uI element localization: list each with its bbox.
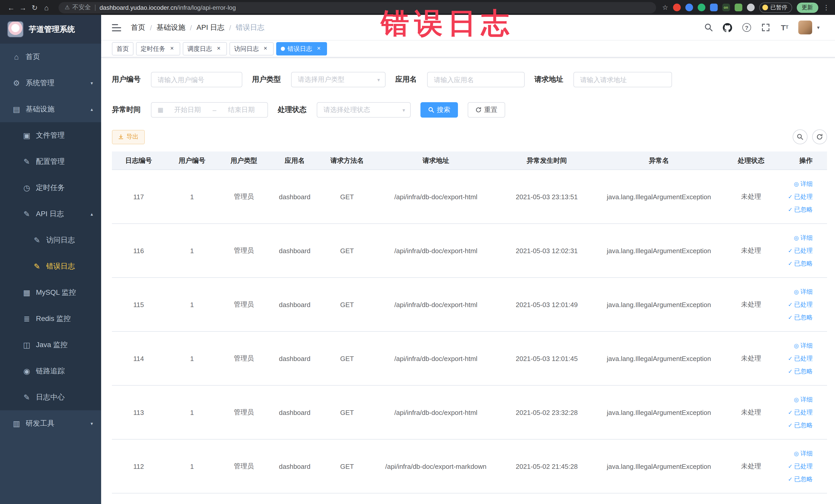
cell-user-type: 管理员 <box>219 462 269 471</box>
url-bar[interactable]: ⚠ 不安全 dashboard.yudao.iocoder.cn/infra/l… <box>59 2 656 13</box>
reset-button[interactable]: 重置 <box>468 102 505 118</box>
close-icon[interactable]: × <box>315 45 322 53</box>
date-range-picker[interactable]: ▦ 开始日期 – 结束日期 <box>151 102 268 118</box>
cell-status: 未处理 <box>722 354 780 363</box>
action-ignore[interactable]: ✓已忽略 <box>780 257 813 270</box>
edit-icon: ✎ <box>22 392 32 402</box>
close-icon[interactable]: × <box>262 45 269 53</box>
font-size-icon[interactable]: TT <box>779 22 790 33</box>
cell-method: GET <box>320 247 374 255</box>
action-done[interactable]: ✓已处理 <box>780 352 813 365</box>
close-icon[interactable]: × <box>215 45 222 53</box>
action-ignore[interactable]: ✓已忽略 <box>780 419 813 431</box>
sidebar-item-infra[interactable]: ▤基础设施▴ <box>0 96 101 122</box>
breadcrumb-item[interactable]: 基础设施 <box>157 23 185 32</box>
user-type-select[interactable]: 请选择用户类型 ▾ <box>291 72 386 87</box>
extension-blue-drop-icon[interactable] <box>685 4 693 11</box>
cell-user-id: 1 <box>165 355 219 362</box>
sidebar-item-access-log[interactable]: ✎访问日志 <box>0 227 101 253</box>
cell-user-type: 管理员 <box>219 300 269 309</box>
sidebar-item-label: 链路追踪 <box>36 366 65 376</box>
extension-green-circle-icon[interactable] <box>697 4 705 11</box>
action-done[interactable]: ✓已处理 <box>780 298 813 311</box>
sidebar-toggle-icon[interactable] <box>112 24 121 31</box>
extension-paw-icon[interactable] <box>747 4 754 11</box>
help-icon[interactable]: ? <box>741 22 752 33</box>
reload-icon[interactable]: ↻ <box>29 3 41 12</box>
action-done[interactable]: ✓已处理 <box>780 406 813 419</box>
app-name-input[interactable] <box>427 72 525 87</box>
close-icon[interactable]: × <box>168 45 176 53</box>
not-secure-label: 不安全 <box>73 3 91 12</box>
avatar-caret-icon[interactable]: ▾ <box>817 25 820 30</box>
table-row: 1151管理员dashboardGET/api/infra/db-doc/exp… <box>112 278 827 332</box>
tab-home[interactable]: 首页 <box>112 42 134 56</box>
toggle-search-button[interactable] <box>793 129 808 144</box>
bookmark-star-icon[interactable]: ☆ <box>662 4 668 11</box>
sidebar-item-api-log[interactable]: ✎API 日志▴ <box>0 201 101 227</box>
action-done[interactable]: ✓已处理 <box>780 190 813 203</box>
doc-icon: ✎ <box>22 209 32 219</box>
avatar[interactable] <box>798 21 812 35</box>
action-detail[interactable]: ◎详细 <box>780 285 813 298</box>
request-url-input[interactable] <box>573 72 672 87</box>
action-detail[interactable]: ◎详细 <box>780 339 813 352</box>
breadcrumb-item[interactable]: API 日志 <box>197 23 225 32</box>
cell-url: /api/infra/db-doc/export-html <box>374 193 498 201</box>
action-done[interactable]: ✓已处理 <box>780 244 813 257</box>
action-label: 已忽略 <box>794 311 813 324</box>
extension-on-badge-icon[interactable]: on <box>722 4 730 11</box>
sidebar-item-config[interactable]: ✎配置管理 <box>0 148 101 175</box>
browser-menu-icon[interactable]: ⋮ <box>823 4 830 11</box>
extension-blue-grid-icon[interactable] <box>710 4 717 11</box>
tab-job-log[interactable]: 调度日志× <box>183 42 227 56</box>
refresh-table-button[interactable] <box>812 129 827 144</box>
sidebar-item-label: 日志中心 <box>36 392 65 402</box>
sidebar-item-trace[interactable]: ◉链路追踪 <box>0 358 101 384</box>
grid-icon: ▦ <box>22 288 32 297</box>
action-ignore[interactable]: ✓已忽略 <box>780 203 813 216</box>
search-icon[interactable] <box>704 22 714 33</box>
sidebar-item-error-log[interactable]: ✎错误日志 <box>0 253 101 279</box>
row-actions: ◎详细✓已处理✓已忽略 <box>780 177 827 216</box>
forward-icon[interactable]: → <box>17 3 29 12</box>
action-ignore[interactable]: ✓已忽略 <box>780 311 813 324</box>
back-icon[interactable]: ← <box>5 3 17 12</box>
breadcrumb-item[interactable]: 首页 <box>131 23 145 32</box>
sidebar-item-home[interactable]: ⌂首页 <box>0 44 101 70</box>
sidebar-item-mysql[interactable]: ▦MySQL 监控 <box>0 279 101 305</box>
action-detail[interactable]: ◎详细 <box>780 177 813 190</box>
action-done[interactable]: ✓已处理 <box>780 460 813 473</box>
action-ignore[interactable]: ✓已忽略 <box>780 473 813 485</box>
tab-paused-badge[interactable]: 已暂停 <box>759 2 792 13</box>
extension-red-circle-icon[interactable] <box>673 4 680 11</box>
browser-update-button[interactable]: 更新 <box>796 2 818 13</box>
search-button[interactable]: 搜索 <box>421 102 458 118</box>
cell-status: 未处理 <box>722 300 780 309</box>
sidebar-item-job[interactable]: ◷定时任务 <box>0 175 101 201</box>
sidebar-item-dev-tools[interactable]: ▥研发工具▾ <box>0 410 101 437</box>
export-button[interactable]: 导出 <box>112 130 145 144</box>
action-ignore[interactable]: ✓已忽略 <box>780 365 813 378</box>
github-icon[interactable] <box>722 22 733 33</box>
tab-access-log[interactable]: 访问日志× <box>229 42 273 56</box>
home-icon[interactable]: ⌂ <box>41 3 53 12</box>
action-detail[interactable]: ◎详细 <box>780 393 813 406</box>
fullscreen-icon[interactable] <box>760 22 771 33</box>
tab-error-log[interactable]: 错误日志× <box>276 42 327 56</box>
table-tools <box>793 129 827 144</box>
sidebar-item-log-center[interactable]: ✎日志中心 <box>0 384 101 410</box>
sidebar-item-java[interactable]: ◫Java 监控 <box>0 332 101 358</box>
user-id-input[interactable] <box>151 72 242 87</box>
process-status-select[interactable]: 请选择处理状态 ▾ <box>317 102 411 118</box>
breadcrumb-separator: / <box>190 23 192 32</box>
sidebar-item-system[interactable]: ⚙系统管理▾ <box>0 70 101 96</box>
view-icon: ◎ <box>794 231 799 244</box>
logo[interactable]: 芋道管理系统 <box>0 15 101 44</box>
extension-green-leaf-icon[interactable] <box>734 4 742 11</box>
tab-job[interactable]: 定时任务× <box>136 42 180 56</box>
action-detail[interactable]: ◎详细 <box>780 231 813 244</box>
sidebar-item-redis[interactable]: ≣Redis 监控 <box>0 305 101 332</box>
sidebar-item-file[interactable]: ▣文件管理 <box>0 122 101 148</box>
action-detail[interactable]: ◎详细 <box>780 447 813 460</box>
